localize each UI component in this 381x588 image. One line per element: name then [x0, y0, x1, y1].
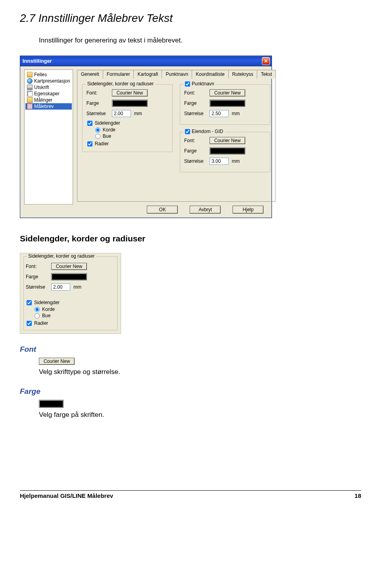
chk-sidelengder[interactable] — [87, 121, 92, 126]
ruler-icon — [27, 97, 33, 103]
globe-icon — [27, 78, 33, 84]
tree-item-utskrift[interactable]: Utskrift — [25, 84, 72, 91]
ok-button[interactable]: OK — [147, 206, 178, 214]
color-button[interactable] — [112, 100, 148, 107]
color-label: Farge — [184, 100, 206, 106]
chk-punktnavn-enable[interactable] — [185, 81, 190, 87]
group-title: Sidelengder, korder og radiuser — [27, 253, 96, 259]
font-button-example[interactable]: Courier New — [39, 358, 75, 365]
size-unit: mm — [232, 158, 240, 164]
size-unit: mm — [134, 111, 142, 116]
tab-generelt[interactable]: Generelt — [77, 70, 103, 79]
radio-korde[interactable] — [95, 127, 100, 133]
dialog-title: Innstillinger — [23, 58, 52, 64]
tree-item-kartpresentasjon[interactable]: Kartpresentasjon — [25, 78, 72, 84]
color-label: Farge — [184, 148, 206, 154]
color-label: Farge — [87, 100, 109, 106]
help-button[interactable]: Hjelp — [233, 206, 264, 214]
folder-icon — [27, 72, 33, 77]
font-label: Font: — [87, 90, 109, 96]
groupbox-crop: Sidelengder, korder og radiuser Font: Co… — [20, 253, 121, 334]
size-label: Størrelse — [87, 111, 109, 116]
footer-title: Hjelpemanual GIS/LINE Målebrev — [20, 492, 113, 499]
close-icon[interactable]: ✕ — [262, 57, 270, 65]
font-button[interactable]: Courier New — [210, 89, 245, 96]
size-label: Størrelse — [184, 158, 206, 164]
font-button[interactable]: Courier New — [51, 263, 87, 270]
font-button[interactable]: Courier New — [112, 89, 148, 96]
tab-formularer[interactable]: Formularer — [103, 70, 134, 79]
radio-bue[interactable] — [35, 313, 40, 318]
cancel-button[interactable]: Avbryt — [190, 206, 221, 214]
font-label: Font: — [184, 138, 206, 143]
tab-tekst[interactable]: Tekst — [257, 70, 276, 79]
tree-item-egenskaper[interactable]: Egenskaper — [25, 91, 72, 97]
size-input[interactable] — [210, 110, 229, 117]
printer-icon — [27, 85, 33, 90]
letter-icon — [27, 104, 33, 109]
intro-text: Innstillinger for generering av tekst i … — [39, 37, 361, 44]
group-punktnavn: Punktnavn Font: Courier New Farge — [180, 84, 270, 125]
chk-sidelengder[interactable] — [27, 300, 32, 305]
radio-bue[interactable] — [95, 134, 100, 139]
font-label: Font: — [184, 90, 206, 96]
font-button[interactable]: Courier New — [210, 137, 245, 144]
farge-description: Velg farge på skriften. — [39, 411, 361, 419]
group-title: Sidelengder, korder og radiuser — [86, 81, 155, 87]
tree-item-malinger[interactable]: Målinger — [25, 97, 72, 103]
tabs-row: Generelt Formularer Kartografi Punktnavn… — [77, 69, 276, 79]
tab-rutekryss[interactable]: Rutekryss — [228, 70, 257, 79]
font-label: Font: — [26, 264, 48, 269]
color-button[interactable] — [210, 100, 245, 107]
heading-farge: Farge — [20, 387, 361, 396]
footer-page: 18 — [354, 492, 361, 499]
group-title: Punktnavn — [183, 81, 216, 87]
size-unit: mm — [232, 111, 240, 116]
size-label: Størrelse — [26, 284, 48, 290]
group-title: Eiendom - GID — [183, 129, 225, 134]
radio-korde[interactable] — [35, 307, 40, 312]
size-unit: mm — [73, 284, 81, 290]
size-label: Størrelse — [184, 111, 206, 116]
settings-dialog: Innstillinger ✕ Felles Kartpresentasjon … — [20, 56, 272, 218]
properties-icon — [27, 91, 33, 96]
size-input[interactable] — [112, 110, 131, 117]
heading-section: 2.7 Innstillinger Målebrev Tekst — [20, 12, 361, 25]
heading-font: Font — [20, 345, 361, 354]
chk-radier[interactable] — [27, 321, 32, 326]
tree-item-felles[interactable]: Felles — [25, 71, 72, 78]
dialog-titlebar: Innstillinger ✕ — [20, 56, 271, 66]
heading-sidelengder: Sidelengder, korder og radiuser — [20, 234, 361, 243]
tab-punktnavn[interactable]: Punktnavn — [162, 70, 192, 79]
font-description: Velg skrifttype og størrelse. — [39, 368, 361, 376]
settings-tree[interactable]: Felles Kartpresentasjon Utskrift Egenska… — [24, 69, 73, 204]
tab-kartografi[interactable]: Kartografi — [133, 70, 162, 79]
color-button[interactable] — [210, 147, 245, 154]
size-input[interactable] — [210, 158, 229, 165]
color-button[interactable] — [51, 273, 87, 280]
group-eiendom: Eiendom - GID Font: Courier New Farge — [180, 132, 270, 172]
chk-radier[interactable] — [87, 141, 92, 147]
size-input[interactable] — [51, 283, 70, 291]
group-sidelengder: Sidelengder, korder og radiuser Font: Co… — [82, 84, 173, 152]
chk-eiendom-enable[interactable] — [185, 129, 190, 134]
tree-item-malebrev[interactable]: Målebrev — [25, 103, 72, 110]
tab-koordinatliste[interactable]: Koordinatliste — [192, 70, 229, 79]
color-label: Farge — [26, 274, 48, 280]
color-swatch-example[interactable] — [39, 400, 64, 408]
